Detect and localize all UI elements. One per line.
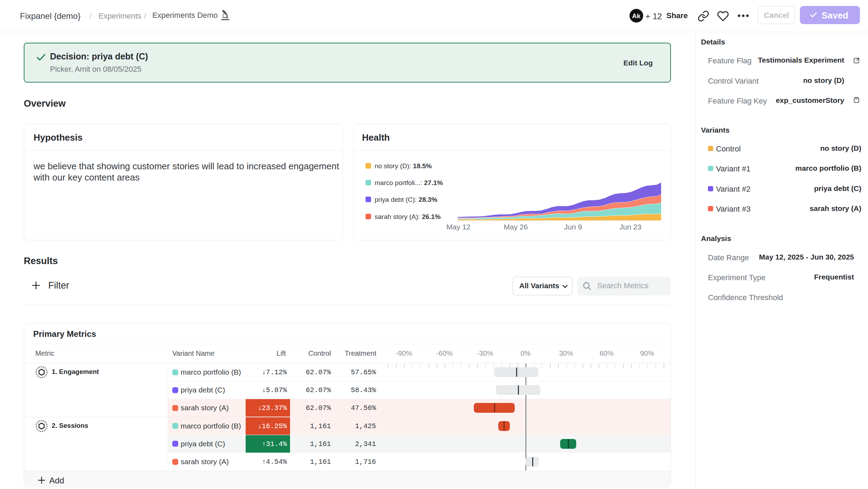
- svg-text:Ak: Ak: [632, 12, 641, 20]
